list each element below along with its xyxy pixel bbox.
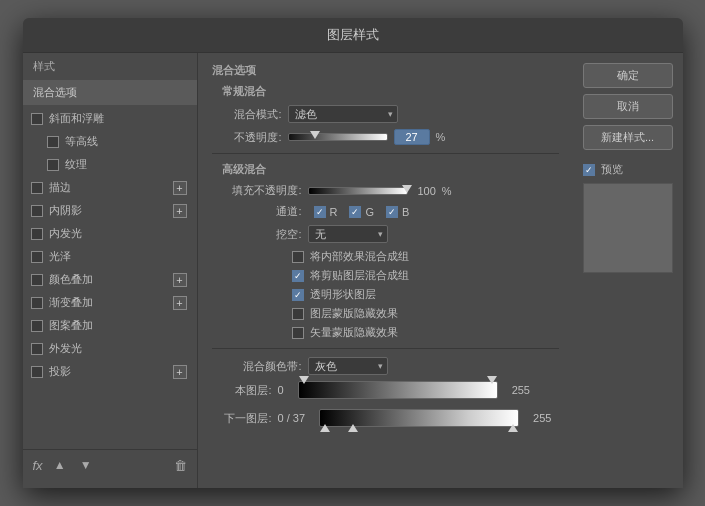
contour-checkbox[interactable] <box>47 136 59 148</box>
sidebar-item-pattern-overlay[interactable]: 图案叠加 <box>23 314 197 337</box>
panel-title: 样式 <box>23 53 197 80</box>
divider2 <box>212 348 559 349</box>
blend-mode-dropdown-wrap: 滤色 <box>288 105 398 123</box>
texture-checkbox[interactable] <box>47 159 59 171</box>
knockout-dropdown-wrap: 无 <box>308 225 388 243</box>
stroke-plus-btn[interactable]: + <box>173 181 187 195</box>
sidebar-item-satin[interactable]: 光泽 <box>23 245 197 268</box>
channel-g-item: ✓ G <box>349 206 374 218</box>
outer-glow-checkbox[interactable] <box>31 343 43 355</box>
below-layer-max: 255 <box>533 412 551 424</box>
cb4-checkbox[interactable] <box>292 308 304 320</box>
cb2-checkbox[interactable]: ✓ <box>292 270 304 282</box>
below-layer-left-thumb[interactable] <box>320 424 330 432</box>
gradient-overlay-checkbox[interactable] <box>31 297 43 309</box>
this-layer-track[interactable] <box>298 381 498 399</box>
opacity-thumb[interactable] <box>310 131 320 139</box>
inner-glow-checkbox[interactable] <box>31 228 43 240</box>
preview-label: 预览 <box>601 162 623 177</box>
sidebar-item-contour[interactable]: 等高线 <box>23 130 197 153</box>
drop-shadow-checkbox[interactable] <box>31 366 43 378</box>
channels-options: ✓ R ✓ G ✓ B <box>308 206 410 218</box>
cb4-row: 图层蒙版隐藏效果 <box>212 306 559 321</box>
opacity-slider[interactable] <box>288 133 388 141</box>
below-layer-right-thumb[interactable] <box>508 424 518 432</box>
inner-shadow-checkbox[interactable] <box>31 205 43 217</box>
sidebar-item-inner-glow[interactable]: 内发光 <box>23 222 197 245</box>
drop-shadow-plus-btn[interactable]: + <box>173 365 187 379</box>
inner-shadow-plus-btn[interactable]: + <box>173 204 187 218</box>
fx-up-btn[interactable]: ▲ <box>51 456 69 474</box>
this-layer-row: 本图层: 0 255 <box>212 381 559 399</box>
opacity-input[interactable] <box>394 129 430 145</box>
color-overlay-checkbox[interactable] <box>31 274 43 286</box>
cb1-row: 将内部效果混合成组 <box>212 249 559 264</box>
fx-down-btn[interactable]: ▼ <box>77 456 95 474</box>
right-panel: 确定 取消 新建样式... ✓ 预览 <box>573 53 683 488</box>
channels-label: 通道: <box>212 204 302 219</box>
below-layer-track[interactable] <box>319 409 519 427</box>
fx-bar: fx ▲ ▼ 🗑 <box>23 449 197 480</box>
preview-checkbox[interactable]: ✓ <box>583 164 595 176</box>
channel-r-label: R <box>330 206 338 218</box>
sidebar-item-stroke[interactable]: 描边 + <box>23 176 197 199</box>
stroke-checkbox[interactable] <box>31 182 43 194</box>
cb2-row: ✓ 将剪贴图层混合成组 <box>212 268 559 283</box>
cb5-label: 矢量蒙版隐藏效果 <box>310 325 398 340</box>
title-text: 图层样式 <box>327 27 379 42</box>
channel-g-label: G <box>365 206 374 218</box>
cb3-checkbox[interactable]: ✓ <box>292 289 304 301</box>
knockout-dropdown[interactable]: 无 <box>308 225 388 243</box>
channels-row: 通道: ✓ R ✓ G ✓ B <box>212 204 559 219</box>
new-style-button[interactable]: 新建样式... <box>583 125 673 150</box>
channel-b-label: B <box>402 206 409 218</box>
channel-b-item: ✓ B <box>386 206 409 218</box>
fill-opacity-value: 100 <box>418 185 436 197</box>
below-layer-label: 下一图层: <box>212 411 272 426</box>
ok-button[interactable]: 确定 <box>583 63 673 88</box>
advanced-blend-title: 高级混合 <box>222 162 559 177</box>
fill-opacity-unit: % <box>442 185 452 197</box>
opacity-unit: % <box>436 131 446 143</box>
this-layer-left-thumb[interactable] <box>299 376 309 384</box>
below-layer-mid-thumb[interactable] <box>348 424 358 432</box>
bevel-checkbox[interactable] <box>31 113 43 125</box>
normal-blend-title: 常规混合 <box>222 84 559 99</box>
cb5-checkbox[interactable] <box>292 327 304 339</box>
below-layer-values: 0 / 37 <box>278 412 306 424</box>
blend-options-selected[interactable]: 混合选项 <box>23 80 197 105</box>
sidebar-item-drop-shadow[interactable]: 投影 + <box>23 360 197 383</box>
layer-style-dialog: 图层样式 样式 混合选项 斜面和浮雕 等高线 纹理 <box>23 18 683 488</box>
channel-b-checkbox[interactable]: ✓ <box>386 206 398 218</box>
preview-row: ✓ 预览 <box>583 162 673 177</box>
satin-checkbox[interactable] <box>31 251 43 263</box>
gradient-overlay-plus-btn[interactable]: + <box>173 296 187 310</box>
cb2-label: 将剪贴图层混合成组 <box>310 268 409 283</box>
sidebar-item-outer-glow[interactable]: 外发光 <box>23 337 197 360</box>
dialog-title: 图层样式 <box>23 18 683 53</box>
blend-mode-label: 混合模式: <box>212 107 282 122</box>
sidebar-item-gradient-overlay[interactable]: 渐变叠加 + <box>23 291 197 314</box>
sidebar-item-color-overlay[interactable]: 颜色叠加 + <box>23 268 197 291</box>
this-layer-max: 255 <box>512 384 530 396</box>
cb3-row: ✓ 透明形状图层 <box>212 287 559 302</box>
cb1-checkbox[interactable] <box>292 251 304 263</box>
channel-g-checkbox[interactable]: ✓ <box>349 206 361 218</box>
fill-opacity-slider[interactable] <box>308 187 408 195</box>
sidebar-item-inner-shadow[interactable]: 内阴影 + <box>23 199 197 222</box>
color-overlay-plus-btn[interactable]: + <box>173 273 187 287</box>
fill-opacity-thumb[interactable] <box>402 185 412 193</box>
cb3-label: 透明形状图层 <box>310 287 376 302</box>
sidebar-item-texture[interactable]: 纹理 <box>23 153 197 176</box>
knockout-row: 挖空: 无 <box>212 225 559 243</box>
channel-r-checkbox[interactable]: ✓ <box>314 206 326 218</box>
blend-band-dropdown[interactable]: 灰色 <box>308 357 388 375</box>
this-layer-label: 本图层: <box>212 383 272 398</box>
center-panel: 混合选项 常规混合 混合模式: 滤色 不透明度: % <box>198 53 573 488</box>
this-layer-right-thumb[interactable] <box>487 376 497 384</box>
blend-mode-dropdown[interactable]: 滤色 <box>288 105 398 123</box>
sidebar-item-bevel[interactable]: 斜面和浮雕 <box>23 107 197 130</box>
cancel-button[interactable]: 取消 <box>583 94 673 119</box>
fx-trash-btn[interactable]: 🗑 <box>174 458 187 473</box>
pattern-overlay-checkbox[interactable] <box>31 320 43 332</box>
